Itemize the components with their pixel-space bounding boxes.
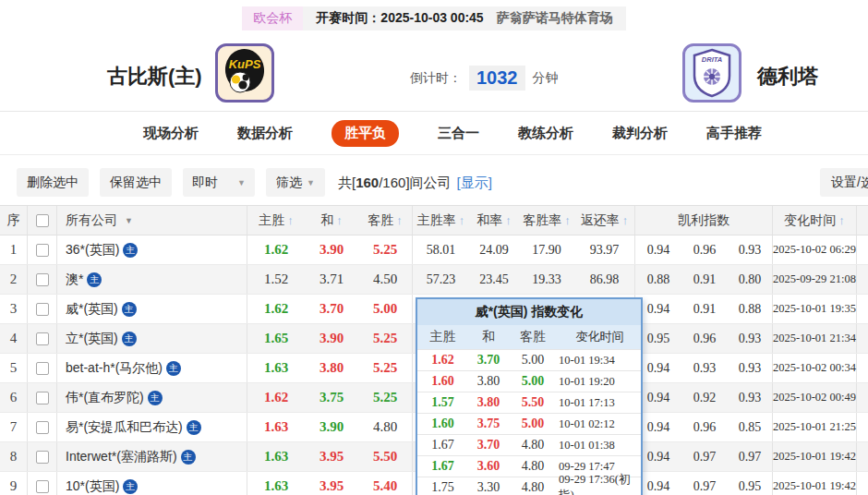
header-company[interactable]: 所有公司 ▼ xyxy=(57,206,247,235)
popup-away-odds: 4.80 xyxy=(509,456,557,477)
kelly-value: 0.91 xyxy=(681,265,728,294)
popup-draw-odds: 3.30 xyxy=(468,477,509,495)
row-checkbox[interactable] xyxy=(36,273,49,286)
header-return-rate-label: 返还率 xyxy=(581,212,620,229)
header-draw-rate-label: 和率 xyxy=(476,212,502,229)
odds-value: 1.63 xyxy=(247,354,305,382)
row-checkbox[interactable] xyxy=(36,332,49,345)
company-cell[interactable]: 立*(英国)主 xyxy=(57,324,247,353)
tab-3[interactable]: 胜平负 xyxy=(332,120,399,147)
sort-up-icon: ↑ xyxy=(396,213,403,227)
odds-mode-dropdown[interactable]: 即时 ▼ xyxy=(183,168,255,197)
popup-draw-odds: 3.60 xyxy=(468,456,509,477)
odds-value: 1.65 xyxy=(247,324,305,353)
keep-selected-button[interactable]: 保留选中 xyxy=(100,168,172,197)
kups-crest-icon: KuPS xyxy=(223,47,267,99)
row-checkbox-cell xyxy=(28,472,57,495)
popup-change-time: 09-29 17:36(初指) xyxy=(557,477,641,495)
company-cell[interactable]: bet-at-h*(马尔他)主 xyxy=(57,354,247,382)
kelly-value: 0.96 xyxy=(681,413,728,441)
popup-draw-odds: 3.70 xyxy=(468,350,509,370)
header-company-label: 所有公司 xyxy=(66,212,117,229)
row-sliver xyxy=(857,354,868,382)
tab-4[interactable]: 三合一 xyxy=(438,125,479,142)
company-cell[interactable]: 易*(安提瓜和巴布达)主 xyxy=(57,413,247,441)
popup-row: 1.603.755.0010-01 02:12 xyxy=(417,413,641,434)
filter-label: 筛选 xyxy=(276,175,302,191)
sort-up-icon: ↑ xyxy=(459,213,465,227)
header-away-rate[interactable]: 客胜率↑ xyxy=(519,206,574,235)
header-change-time[interactable]: 变化时间↑ xyxy=(773,206,857,235)
tab-6[interactable]: 裁判分析 xyxy=(612,125,668,142)
home-badge-icon: 主 xyxy=(166,361,181,376)
settings-button[interactable]: 设置/选择 xyxy=(820,168,868,197)
header-home-rate[interactable]: 主胜率↑ xyxy=(413,206,469,235)
odds-value: 5.25 xyxy=(358,354,413,382)
odds-value: 5.40 xyxy=(358,472,413,495)
header-return-rate[interactable]: 返还率↑ xyxy=(574,206,635,235)
odds-mode-value: 即时 xyxy=(192,175,218,191)
company-cell[interactable]: 澳*主 xyxy=(57,265,247,294)
company-cell[interactable]: 威*(英国)主 xyxy=(57,295,247,323)
show-link[interactable]: [显示] xyxy=(457,175,492,190)
header-away-odds[interactable]: 客胜↑ xyxy=(358,206,413,235)
row-checkbox[interactable] xyxy=(36,421,49,434)
row-checkbox[interactable] xyxy=(36,362,49,375)
row-checkbox[interactable] xyxy=(36,392,49,404)
company-cell[interactable]: Interwet*(塞浦路斯)主 xyxy=(57,442,247,471)
company-name: 威*(英国) xyxy=(66,301,118,318)
rate-value: 23.45 xyxy=(469,265,519,294)
header-select-all[interactable] xyxy=(28,206,57,235)
header-draw-rate[interactable]: 和率↑ xyxy=(469,206,519,235)
odds-value: 3.95 xyxy=(305,472,358,495)
table-row: 2澳*主1.523.714.5057.2323.4519.3386.980.88… xyxy=(0,265,868,295)
rate-value: 19.33 xyxy=(519,265,574,294)
table-row: 136*(英国)主1.623.905.2558.0124.0917.9093.9… xyxy=(0,235,868,265)
delete-selected-button[interactable]: 删除选中 xyxy=(17,168,89,197)
company-cell[interactable]: 36*(英国)主 xyxy=(57,235,247,264)
row-checkbox[interactable] xyxy=(36,303,49,316)
kelly-value: 0.95 xyxy=(728,472,773,495)
home-badge-icon: 主 xyxy=(123,479,138,494)
popup-away-odds: 5.00 xyxy=(509,350,557,370)
row-seq: 7 xyxy=(0,413,28,441)
row-checkbox[interactable] xyxy=(36,244,49,257)
kickoff-time: 开赛时间：2025-10-03 00:45 xyxy=(316,10,483,27)
popup-row: 1.603.805.0010-01 19:20 xyxy=(417,370,641,392)
home-badge-icon: 主 xyxy=(122,332,137,346)
popup-header-time: 变化时间 xyxy=(557,325,641,349)
company-name: Interwet*(塞浦路斯) xyxy=(66,449,177,465)
filter-dropdown[interactable]: 筛选 ▼ xyxy=(266,168,325,197)
tab-7[interactable]: 高手推荐 xyxy=(706,125,762,142)
popup-header-draw: 和 xyxy=(468,325,509,349)
tab-2[interactable]: 数据分析 xyxy=(237,125,293,142)
odds-value: 3.90 xyxy=(305,324,358,353)
tab-1[interactable]: 现场分析 xyxy=(143,125,199,142)
kelly-value: 0.80 xyxy=(728,265,773,294)
row-checkbox-cell xyxy=(28,324,57,353)
league-badge[interactable]: 欧会杯 xyxy=(242,6,303,30)
row-checkbox[interactable] xyxy=(36,480,49,493)
table-header-row: 序 所有公司 ▼ 主胜↑ 和↑ 客胜↑ 主胜率↑ 和率↑ 客胜率↑ 返还率↑ 凯… xyxy=(0,206,868,235)
company-name: 立*(英国) xyxy=(66,331,118,347)
odds-value: 1.52 xyxy=(247,265,305,294)
odds-value: 4.80 xyxy=(358,413,413,441)
chevron-down-icon: ▼ xyxy=(237,178,246,187)
company-cell[interactable]: 10*(英国)主 xyxy=(57,472,247,495)
popup-home-odds: 1.67 xyxy=(417,435,468,455)
change-time: 2025-09-29 21:08 xyxy=(773,265,857,294)
company-cell[interactable]: 伟*(直布罗陀)主 xyxy=(57,383,247,412)
kelly-value: 0.97 xyxy=(681,442,728,471)
countdown-unit: 分钟 xyxy=(533,70,559,87)
row-seq: 8 xyxy=(0,442,28,471)
header-draw-odds[interactable]: 和↑ xyxy=(305,206,358,235)
header-kelly: 凯利指数 xyxy=(635,206,773,235)
tab-5[interactable]: 教练分析 xyxy=(518,125,573,142)
odds-value: 1.62 xyxy=(247,383,305,412)
row-checkbox[interactable] xyxy=(36,451,49,464)
header-home-odds[interactable]: 主胜↑ xyxy=(247,206,305,235)
select-all-checkbox[interactable] xyxy=(36,214,49,227)
popup-home-odds: 1.62 xyxy=(417,350,468,370)
popup-draw-odds: 3.70 xyxy=(468,435,509,455)
table-toolbar: 删除选中 保留选中 即时 ▼ 筛选 ▼ 共[160/160]间公司[显示] 设置… xyxy=(0,167,868,200)
